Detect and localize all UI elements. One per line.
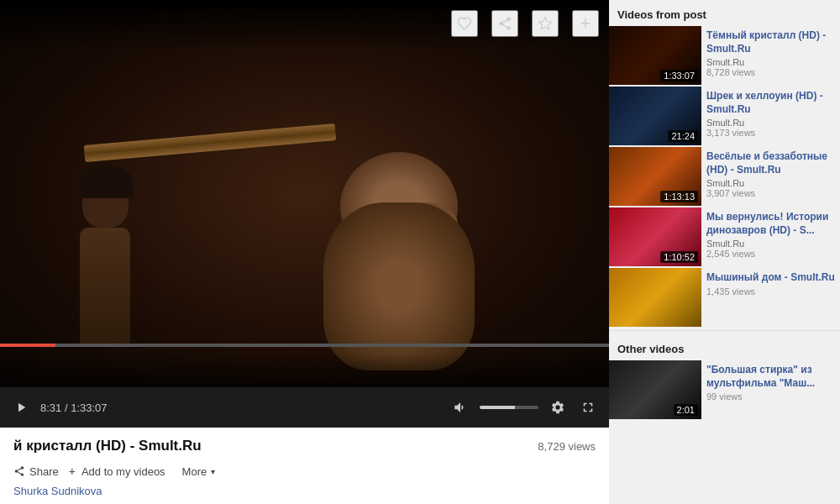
item-views: 8,728 views	[706, 67, 835, 77]
char-head	[82, 177, 129, 228]
item-views: 3,907 views	[706, 188, 835, 198]
item-title: Шрек и хеллоуин (HD) - Smult.Ru	[706, 90, 835, 116]
video-list-item[interactable]: 2:01"Большая стирка" из мультфильма "Маш…	[609, 360, 840, 419]
play-icon	[13, 400, 29, 415]
thumbnail-container: 21:24	[609, 87, 701, 145]
thumbnail-container: 1:33:07	[609, 26, 701, 85]
video-list-item[interactable]: 1:10:52Мы вернулись! Истории динозавров …	[609, 207, 840, 266]
heart-icon	[457, 16, 472, 31]
item-title: Тёмный кристалл (HD) - Smult.Ru	[706, 29, 835, 55]
thumbnail-container: 1:13:13	[609, 147, 701, 206]
volume-slider[interactable]	[480, 406, 538, 409]
creature-figure	[315, 135, 483, 370]
time-display: 8:31 / 1:33:07	[40, 402, 108, 414]
video-list-item[interactable]: 1:13:13Весёлые и беззаботные (HD) - Smul…	[609, 147, 840, 206]
video-item-info: Мы вернулись! Истории динозавров (HD) - …	[701, 207, 840, 266]
thumbnail-duration: 1:33:07	[660, 70, 698, 81]
settings-icon	[550, 400, 565, 415]
fullscreen-icon	[580, 400, 596, 415]
item-views: 99 views	[706, 391, 835, 402]
thumbnail-duration: 1:10:52	[660, 251, 698, 263]
controls-bar: 8:31 / 1:33:07	[0, 387, 609, 428]
more-button[interactable]: More ▾	[176, 462, 223, 481]
char-body	[80, 228, 130, 345]
video-actions: Share + Add to my videos More ▾	[13, 454, 596, 481]
thumbnail-duration: 1:13:13	[660, 191, 698, 202]
other-videos-list: 2:01"Большая стирка" из мультфильма "Маш…	[609, 360, 840, 419]
sidebar-divider	[609, 330, 840, 331]
video-item-info: Шрек и хеллоуин (HD) - Smult.RuSmult.Ru3…	[701, 87, 840, 145]
share-action-button[interactable]: Share	[13, 462, 69, 481]
more-chevron-icon: ▾	[211, 467, 215, 476]
item-title: Мышиный дом - Smult.Ru	[706, 271, 835, 285]
video-list-item[interactable]: 21:24Шрек и хеллоуин (HD) - Smult.RuSmul…	[609, 87, 840, 145]
from-post-title: Videos from post	[609, 0, 840, 26]
item-channel: Smult.Ru	[706, 118, 835, 128]
add-plus-icon: +	[69, 465, 76, 478]
share-label: Share	[29, 465, 59, 478]
item-channel: Smult.Ru	[706, 57, 835, 67]
video-title-row: й кристалл (HD) - Smult.Ru 8,729 views	[13, 438, 596, 454]
volume-button[interactable]	[449, 398, 471, 417]
char-hair	[78, 165, 133, 198]
thumbnail-container: 1:10:52	[609, 207, 701, 266]
heart-button[interactable]	[451, 10, 478, 37]
play-button[interactable]	[10, 398, 32, 417]
star-icon	[538, 16, 553, 31]
add-button-top[interactable]: +	[572, 10, 599, 37]
add-label: Add to my videos	[81, 465, 165, 478]
video-item-info: "Большая стирка" из мультфильма "Маш...9…	[701, 360, 840, 419]
fullscreen-button[interactable]	[577, 398, 599, 417]
bottom-overlay	[0, 354, 609, 387]
volume-icon	[453, 400, 468, 415]
item-channel: Smult.Ru	[706, 178, 835, 188]
player-section: + 8:31 / 1:33:07	[0, 0, 609, 504]
item-views: 3,173 views	[706, 128, 835, 138]
video-title: й кристалл (HD) - Smult.Ru	[13, 438, 202, 454]
plus-icon: +	[580, 14, 591, 33]
video-item-info: Тёмный кристалл (HD) - Smult.RuSmult.Ru8…	[701, 26, 840, 85]
other-videos-title: Other videos	[609, 334, 840, 360]
share-icon-top	[497, 16, 512, 31]
item-channel: Smult.Ru	[706, 239, 835, 249]
total-time: 1:33:07	[71, 402, 107, 414]
thumbnail-duration: 21:24	[668, 130, 698, 142]
star-button[interactable]	[532, 10, 559, 37]
video-area[interactable]: +	[0, 0, 609, 387]
progress-bar[interactable]	[0, 344, 609, 347]
progress-fill	[0, 344, 55, 347]
item-title: Весёлые и беззаботные (HD) - Smult.Ru	[706, 150, 835, 176]
video-item-info: Мышиный дом - Smult.Ru1,435 views	[701, 268, 840, 327]
more-label: More	[182, 465, 207, 478]
thumbnail-container	[609, 268, 701, 327]
share-action-icon	[13, 465, 25, 477]
video-list-item[interactable]: Мышиный дом - Smult.Ru1,435 views	[609, 268, 840, 327]
author-name[interactable]: Shurka Sudnikova	[13, 481, 596, 497]
settings-button[interactable]	[547, 398, 569, 417]
thumbnail-image	[609, 268, 701, 327]
video-item-info: Весёлые и беззаботные (HD) - Smult.RuSmu…	[701, 147, 840, 206]
item-views: 1,435 views	[706, 286, 835, 297]
add-to-videos-button[interactable]: + Add to my videos	[69, 461, 176, 481]
item-views: 2,545 views	[706, 249, 835, 259]
sidebar: Videos from post 1:33:07Тёмный кристалл …	[609, 0, 840, 504]
share-button-top[interactable]	[491, 10, 518, 37]
video-info: й кристалл (HD) - Smult.Ru 8,729 views S…	[0, 428, 609, 504]
character-left	[67, 177, 143, 362]
video-list-item[interactable]: 1:33:07Тёмный кристалл (HD) - Smult.RuSm…	[609, 26, 840, 85]
item-title: Мы вернулись! Истории динозавров (HD) - …	[706, 211, 835, 237]
thumbnail-duration: 2:01	[674, 404, 698, 416]
from-post-list: 1:33:07Тёмный кристалл (HD) - Smult.RuSm…	[609, 26, 840, 327]
item-title: "Большая стирка" из мультфильма "Маш...	[706, 364, 835, 390]
thumbnail-container: 2:01	[609, 360, 701, 419]
current-time: 8:31	[40, 402, 61, 414]
video-top-icons: +	[451, 10, 599, 37]
views-count: 8,729 views	[538, 440, 596, 453]
